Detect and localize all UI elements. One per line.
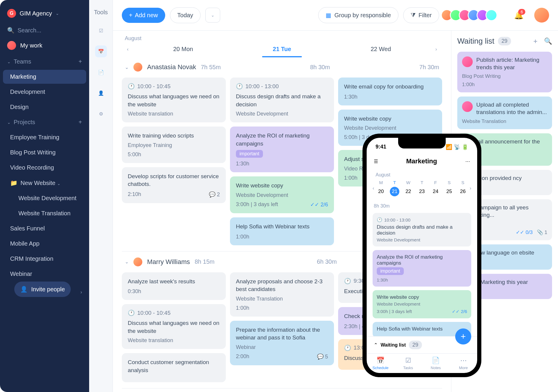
task-card[interactable]: Help Sofia with Webinar texts1:00h xyxy=(230,217,334,245)
task-project: Website translation xyxy=(128,337,220,344)
day-column[interactable]: 22 Wed xyxy=(331,42,430,57)
task-card[interactable]: Analyze the ROI of marketing campaignsim… xyxy=(230,127,334,172)
prev-arrow[interactable]: ‹ xyxy=(122,43,134,55)
workspace-switcher[interactable]: G GIM Agency ⌄ xyxy=(0,6,89,24)
projects-label: Projects xyxy=(14,119,35,126)
calendar-icon[interactable]: 📅 xyxy=(95,45,107,57)
task-card[interactable]: Prepare the information about the webina… xyxy=(230,321,334,365)
notes-icon[interactable]: 📄 xyxy=(95,66,107,78)
clock-icon: 🕐 xyxy=(344,344,351,351)
task-card[interactable]: Write email copy for onboarding1:30h xyxy=(338,78,442,105)
comment-count: 💬 5 xyxy=(317,353,328,360)
checklist-count: ✓✓ 2/6 xyxy=(310,201,328,208)
more-icon[interactable]: ⋯ xyxy=(465,159,470,164)
add-new-button[interactable]: +Add new xyxy=(122,8,165,23)
phone-tab[interactable]: ⋯More xyxy=(450,357,477,370)
notifications-button[interactable]: 🔔 6 xyxy=(514,11,524,20)
team-avatars[interactable] xyxy=(444,9,497,21)
phone-day[interactable]: W22 xyxy=(401,180,415,196)
person-icon[interactable]: 👤 xyxy=(95,87,107,99)
plus-icon[interactable]: + xyxy=(78,119,82,126)
gear-icon[interactable]: ⚙ xyxy=(95,108,107,120)
phone-task-card[interactable]: Analyze the ROI of marketing campaignsim… xyxy=(373,250,471,287)
day-column[interactable]: 20 Mon xyxy=(134,42,233,57)
search-icon[interactable]: 🔍 xyxy=(544,37,552,45)
phone-day[interactable]: T23 xyxy=(415,180,429,196)
next-arrow[interactable]: › xyxy=(470,186,471,191)
main-content: +Add new Today ⌄ ▦Group by responsible ⧩… xyxy=(113,0,558,392)
chevron-right-icon[interactable]: › xyxy=(81,290,82,295)
plus-icon[interactable]: + xyxy=(533,37,537,45)
phone-task-card[interactable]: Write website copyWebsite Development3:0… xyxy=(373,290,471,318)
chevron-down-icon: ⌄ xyxy=(56,11,59,16)
sidebar-item[interactable]: Employee Training xyxy=(3,130,86,144)
task-card[interactable]: Conduct customer segmentation analysis xyxy=(122,353,226,382)
sidebar-item[interactable]: Website Translation xyxy=(3,206,86,220)
task-card[interactable]: Analyze last week's results0:30h xyxy=(122,272,226,300)
clock-icon: 🕐 xyxy=(344,278,351,284)
checkbox-icon[interactable]: ☑ xyxy=(95,25,107,37)
phone-day[interactable]: S25 xyxy=(442,180,456,196)
sidebar-item[interactable]: Blog Post Writing xyxy=(3,146,86,159)
task-card[interactable]: 🕐10:00 - 13:00Discuss design drafts and … xyxy=(230,78,334,122)
task-project: Employee Training xyxy=(128,142,220,148)
task-duration: 3:00h | 3 days left xyxy=(236,201,278,208)
task-title: Write website copy xyxy=(236,182,328,190)
person-row[interactable]: ⌄ Anastasia Novak 7h 55m 8h 30m 7h 30m xyxy=(122,57,442,78)
task-card[interactable]: Develop scripts for customer service cha… xyxy=(122,167,226,203)
waiting-card[interactable]: Upload all completed translations into t… xyxy=(457,97,552,129)
phone-tab[interactable]: 📅Schedule xyxy=(367,357,394,370)
sidebar-item[interactable]: CRM Integration xyxy=(3,252,86,266)
tab-icon: 📄 xyxy=(422,357,450,364)
tab-icon: ⋯ xyxy=(450,357,477,364)
invite-button[interactable]: 👤 Invite people xyxy=(14,282,71,297)
phone-day[interactable]: T21 xyxy=(388,180,401,196)
topbar: +Add new Today ⌄ ▦Group by responsible ⧩… xyxy=(113,0,558,31)
phone-day[interactable]: M20 xyxy=(374,180,388,196)
task-card[interactable]: 🕐10:00 - 10:45Discuss what languages we … xyxy=(122,304,226,349)
phone-tab[interactable]: 📄Notes xyxy=(422,357,450,370)
avatar xyxy=(462,101,473,112)
sidebar-item[interactable]: Website Development xyxy=(3,191,86,205)
teams-section-head[interactable]: ⌄Teams + xyxy=(0,54,89,69)
task-card[interactable]: Analyze proposals and choose 2-3 best ca… xyxy=(230,272,334,317)
search-input[interactable]: 🔍 Search... xyxy=(7,27,82,34)
phone-tab[interactable]: ☑Tasks xyxy=(394,357,422,370)
group-by-button[interactable]: ▦Group by responsible xyxy=(318,7,398,23)
sidebar-item-design[interactable]: Design xyxy=(3,100,86,114)
sidebar-item[interactable]: Video Recording xyxy=(3,161,86,175)
tools-label: Tools xyxy=(94,9,108,16)
sidebar-item[interactable]: Mobile App xyxy=(3,237,86,251)
waiting-card[interactable]: Publish article: Marketing trends this y… xyxy=(457,52,552,92)
sidebar-item-marketing[interactable]: Marketing xyxy=(3,70,86,84)
waiting-title: Publish article: Marketing trends this y… xyxy=(476,56,547,71)
fab-add-button[interactable]: + xyxy=(455,328,471,344)
task-card[interactable]: Write website copyWebsite Development3:0… xyxy=(230,176,334,213)
sidebar-item-new-website[interactable]: 📁New Website ⌄ xyxy=(3,176,86,190)
sidebar-item[interactable]: Sales Funnel xyxy=(3,222,86,235)
task-card[interactable]: Write training video scriptsEmployee Tra… xyxy=(122,127,226,163)
profile-avatar[interactable] xyxy=(534,8,549,23)
search-icon: 🔍 xyxy=(7,27,15,34)
task-title: Conduct customer segmentation analysis xyxy=(128,358,220,374)
sidebar-item[interactable]: Webinar xyxy=(3,267,86,281)
next-arrow[interactable]: › xyxy=(430,43,442,55)
day-column[interactable]: 21 Tue xyxy=(233,42,332,57)
tab-icon: ☑ xyxy=(394,357,422,364)
plus-icon[interactable]: + xyxy=(78,58,82,65)
menu-icon[interactable]: ☰ xyxy=(374,159,378,164)
person-name: Anastasia Novak xyxy=(147,63,196,71)
phone-day[interactable]: S26 xyxy=(456,180,470,196)
phone-day[interactable]: F24 xyxy=(429,180,442,196)
clock-icon: 🕐 xyxy=(128,83,135,90)
sidebar-item-development[interactable]: Development xyxy=(3,85,86,99)
logo-icon: G xyxy=(7,9,16,18)
time-total: 7h 55m xyxy=(201,64,221,71)
projects-section-head[interactable]: ⌄Projects + xyxy=(0,115,89,130)
task-card[interactable]: 🕐10:00 - 10:45Discuss what languages we … xyxy=(122,78,226,122)
my-work-link[interactable]: My work xyxy=(0,37,89,54)
date-picker-button[interactable]: ⌄ xyxy=(205,8,220,23)
phone-task-card[interactable]: 🕐10:00 - 13:00Discuss design drafts and … xyxy=(373,213,471,246)
filter-button[interactable]: ⧩Filter xyxy=(403,7,439,23)
today-button[interactable]: Today xyxy=(170,7,201,23)
